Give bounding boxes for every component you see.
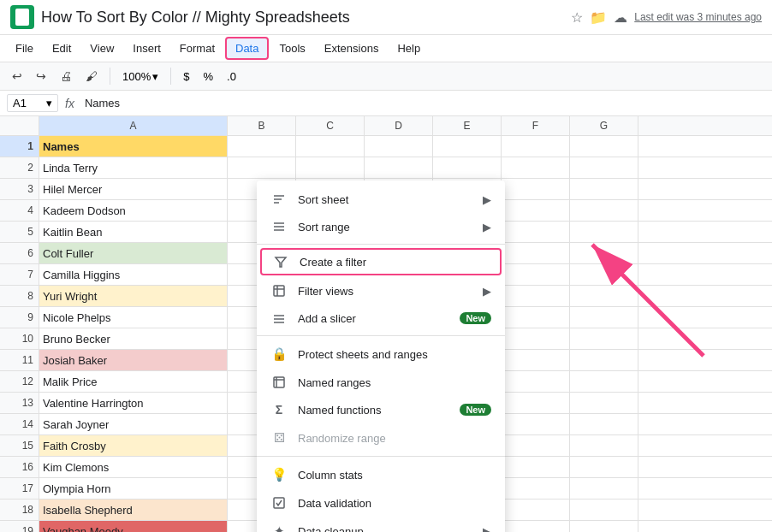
cell-a10[interactable]: Bruno Becker [39, 328, 228, 349]
menu-extensions[interactable]: Extensions [316, 38, 388, 58]
cell-f8[interactable] [502, 286, 570, 306]
menu-sort-range[interactable]: Sort range ▶ [257, 213, 505, 240]
menu-named-ranges[interactable]: Named ranges [257, 369, 505, 396]
cell-e2[interactable] [433, 157, 502, 178]
cell-a12[interactable]: Malik Price [39, 371, 228, 392]
percent-button[interactable]: % [198, 68, 218, 85]
cell-a7[interactable]: Camilla Higgins [39, 264, 228, 285]
folder-icon[interactable]: 📁 [590, 9, 607, 26]
menu-add-slicer[interactable]: Add a slicer New [257, 304, 505, 332]
star-icon[interactable]: ☆ [571, 9, 583, 26]
cell-g8[interactable] [570, 286, 638, 306]
menu-protect-sheets[interactable]: 🔒 Protect sheets and ranges [257, 340, 505, 369]
print-button[interactable]: 🖨 [55, 66, 77, 86]
cell-a14[interactable]: Sarah Joyner [39, 414, 228, 434]
col-header-g[interactable]: G [570, 116, 638, 135]
cell-g9[interactable] [570, 307, 638, 328]
menu-filter-views[interactable]: Filter views ▶ [257, 277, 505, 304]
cell-a4[interactable]: Kadeem Dodson [39, 200, 228, 221]
decimal-button[interactable]: .0 [222, 68, 241, 85]
cell-g4[interactable] [570, 200, 638, 221]
cell-g18[interactable] [570, 499, 638, 520]
cell-f18[interactable] [502, 499, 570, 520]
menu-tools[interactable]: Tools [270, 38, 313, 58]
cell-g19[interactable] [570, 521, 638, 532]
menu-insert[interactable]: Insert [124, 38, 169, 58]
cell-g16[interactable] [570, 457, 638, 477]
col-header-c[interactable]: C [296, 116, 365, 135]
cell-reference[interactable]: A1 ▾ [7, 94, 58, 112]
cell-f6[interactable] [502, 243, 570, 263]
cell-a3[interactable]: Hilel Mercer [39, 179, 228, 199]
currency-button[interactable]: $ [178, 68, 194, 85]
cell-f17[interactable] [502, 478, 570, 499]
cell-a16[interactable]: Kim Clemons [39, 457, 228, 477]
cell-f4[interactable] [502, 200, 570, 221]
col-header-f[interactable]: F [502, 116, 570, 135]
cell-f11[interactable] [502, 350, 570, 370]
cell-f19[interactable] [502, 521, 570, 532]
cell-g13[interactable] [570, 393, 638, 413]
menu-edit[interactable]: Edit [44, 38, 80, 58]
cell-g5[interactable] [570, 222, 638, 242]
menu-randomize-range[interactable]: ⚄ Randomize range [257, 423, 505, 452]
cell-f5[interactable] [502, 222, 570, 242]
cell-g11[interactable] [570, 350, 638, 370]
menu-named-functions[interactable]: Σ Named functions New [257, 396, 505, 423]
cell-d2[interactable] [365, 157, 433, 178]
col-header-a[interactable]: A [39, 116, 228, 135]
undo-button[interactable]: ↩ [7, 66, 27, 86]
menu-format[interactable]: Format [171, 38, 223, 58]
cell-a6[interactable]: Colt Fuller [39, 243, 228, 263]
cell-f2[interactable] [502, 157, 570, 178]
cell-f1[interactable] [502, 136, 570, 157]
cell-g3[interactable] [570, 179, 638, 199]
cell-a1[interactable]: Names [39, 136, 228, 157]
cell-g1[interactable] [570, 136, 638, 157]
cell-a9[interactable]: Nicole Phelps [39, 307, 228, 328]
cell-g17[interactable] [570, 478, 638, 499]
cell-a13[interactable]: Valentine Harrington [39, 393, 228, 413]
col-header-e[interactable]: E [433, 116, 502, 135]
cell-f3[interactable] [502, 179, 570, 199]
cell-a2[interactable]: Linda Terry [39, 157, 228, 178]
paint-format-button[interactable]: 🖌 [80, 66, 103, 86]
menu-create-filter[interactable]: Create a filter [260, 248, 502, 275]
cell-g6[interactable] [570, 243, 638, 263]
cell-f10[interactable] [502, 328, 570, 349]
cell-a8[interactable]: Yuri Wright [39, 286, 228, 306]
menu-view[interactable]: View [81, 38, 122, 58]
cell-f14[interactable] [502, 414, 570, 434]
cell-c1[interactable] [296, 136, 365, 157]
cell-g2[interactable] [570, 157, 638, 178]
redo-button[interactable]: ↪ [31, 66, 51, 86]
cell-c2[interactable] [296, 157, 365, 178]
menu-help[interactable]: Help [389, 38, 429, 58]
cell-a15[interactable]: Faith Crosby [39, 435, 228, 456]
cell-e1[interactable] [433, 136, 502, 157]
cell-g7[interactable] [570, 264, 638, 285]
cell-g15[interactable] [570, 435, 638, 456]
cell-f12[interactable] [502, 371, 570, 392]
menu-sort-sheet[interactable]: Sort sheet ▶ [257, 186, 505, 213]
cell-g10[interactable] [570, 328, 638, 349]
menu-data-validation[interactable]: Data validation [257, 489, 505, 517]
col-header-b[interactable]: B [228, 116, 296, 135]
cell-d1[interactable] [365, 136, 433, 157]
cell-f15[interactable] [502, 435, 570, 456]
menu-file[interactable]: File [7, 38, 42, 58]
cell-a17[interactable]: Olympia Horn [39, 478, 228, 499]
cell-f7[interactable] [502, 264, 570, 285]
last-edit-text[interactable]: Last edit was 3 minutes ago [634, 11, 762, 23]
cell-b1[interactable] [228, 136, 296, 157]
menu-data-cleanup[interactable]: ✦ Data cleanup ▶ [257, 517, 505, 532]
cloud-icon[interactable]: ☁ [614, 9, 627, 26]
cell-g12[interactable] [570, 371, 638, 392]
cell-b2[interactable] [228, 157, 296, 178]
menu-data[interactable]: Data [225, 37, 269, 60]
cell-a19[interactable]: Vaughan Moody [39, 521, 228, 532]
cell-f13[interactable] [502, 393, 570, 413]
menu-column-stats[interactable]: 💡 Column stats [257, 460, 505, 489]
cell-a5[interactable]: Kaitlin Bean [39, 222, 228, 242]
cell-a18[interactable]: Isabella Shepherd [39, 499, 228, 520]
